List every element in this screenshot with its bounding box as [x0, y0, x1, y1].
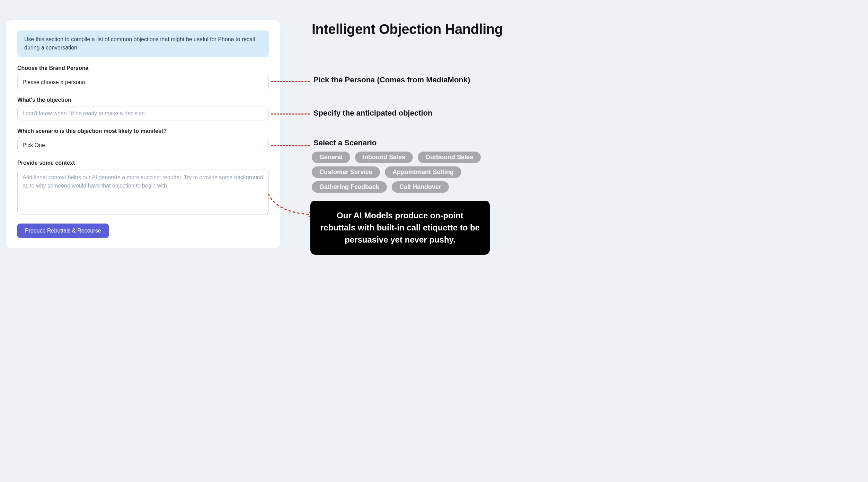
- context-label: Provide some context: [17, 160, 269, 166]
- info-banner: Use this section to compile a list of co…: [17, 30, 269, 57]
- scenario-select[interactable]: Pick One: [17, 138, 269, 152]
- page-title: Intelligent Objection Handling: [312, 21, 503, 37]
- scenario-label: Which scenario is this objection most li…: [17, 128, 269, 134]
- scenario-pill: Customer Service: [312, 166, 380, 178]
- connector-line-scenario: [271, 145, 310, 146]
- scenario-pill: Call Handover: [392, 181, 449, 193]
- objection-form-card: Use this section to compile a list of co…: [6, 20, 280, 248]
- connector-line-objection: [271, 113, 310, 115]
- scenario-group: Which scenario is this objection most li…: [17, 128, 269, 152]
- objection-group: What's the objection: [17, 97, 269, 120]
- scenario-pill: Outbound Sales: [418, 152, 481, 163]
- objection-label: What's the objection: [17, 97, 269, 103]
- persona-select[interactable]: Please choose a persona: [17, 75, 269, 89]
- scenario-pill: General: [312, 152, 350, 163]
- annotation-objection: Specify the anticipated objection: [313, 109, 433, 118]
- context-textarea[interactable]: [17, 170, 269, 215]
- connector-line-persona: [271, 81, 310, 82]
- persona-label: Choose the Brand Persona: [17, 65, 269, 71]
- objection-input[interactable]: [17, 107, 269, 120]
- scenario-pill: Gathering Feedback: [312, 181, 387, 193]
- context-group: Provide some context: [17, 160, 269, 216]
- ai-callout-box: Our AI Models produce on-point rebuttals…: [310, 201, 490, 255]
- annotation-persona: Pick the Persona (Comes from MediaMonk): [313, 75, 470, 84]
- annotation-scenario: Select a Scenario: [313, 138, 377, 147]
- scenario-pill-list: General Inbound Sales Outbound Sales Cus…: [312, 152, 499, 193]
- scenario-pill: Appointment Setting: [385, 166, 461, 178]
- connector-curve-callout: [267, 192, 315, 220]
- scenario-pill: Inbound Sales: [355, 152, 413, 163]
- produce-rebuttals-button[interactable]: Produce Rebuttals & Recourse: [17, 224, 109, 238]
- persona-group: Choose the Brand Persona Please choose a…: [17, 65, 269, 89]
